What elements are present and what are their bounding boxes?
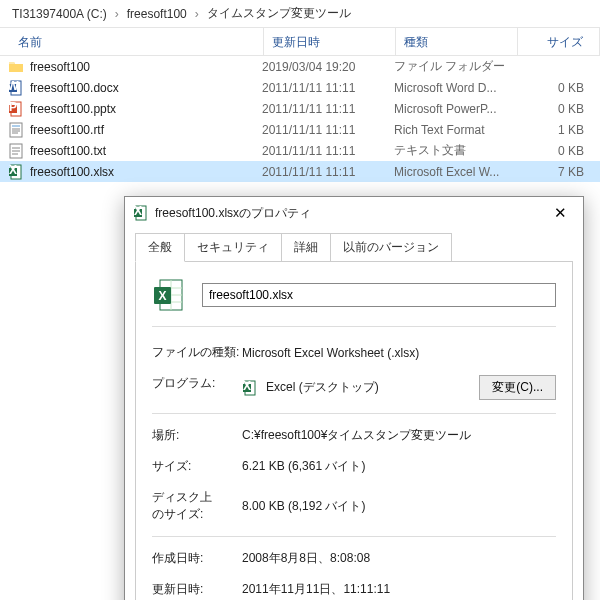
svg-text:X: X: [9, 164, 17, 177]
file-type: テキスト文書: [394, 142, 516, 159]
label-disksize: ディスク上 のサイズ:: [152, 489, 242, 523]
chevron-right-icon: ›: [191, 7, 203, 21]
value-location: C:¥freesoft100¥タイムスタンプ変更ツール: [242, 427, 556, 444]
file-list: freesoft100 2019/03/04 19:20 ファイル フォルダー …: [0, 56, 600, 182]
word-icon: W: [8, 80, 24, 96]
properties-dialog: X freesoft100.xlsxのプロパティ ✕ 全般 セキュリティ 詳細 …: [124, 196, 584, 600]
file-date: 2011/11/11 11:11: [262, 102, 394, 116]
file-date: 2011/11/11 11:11: [262, 144, 394, 158]
excel-icon: X: [133, 205, 149, 221]
file-type: Microsoft PowerP...: [394, 102, 516, 116]
svg-rect-6: [10, 123, 22, 137]
tab-previous[interactable]: 以前のバージョン: [330, 233, 452, 262]
label-modified: 更新日時:: [152, 581, 242, 598]
file-type: ファイル フォルダー: [394, 58, 516, 75]
breadcrumb[interactable]: TI31397400A (C:) › freesoft100 › タイムスタンプ…: [0, 0, 600, 28]
value-modified: 2011年11月11日、11:11:11: [242, 581, 556, 598]
file-row[interactable]: X freesoft100.xlsx 2011/11/11 11:11 Micr…: [0, 161, 600, 182]
file-row[interactable]: P freesoft100.pptx 2011/11/11 11:11 Micr…: [0, 98, 600, 119]
file-type: Microsoft Excel W...: [394, 165, 516, 179]
column-type[interactable]: 種類: [396, 28, 518, 55]
column-size[interactable]: サイズ: [518, 28, 600, 55]
label-program: プログラム:: [152, 375, 242, 400]
label-size: サイズ:: [152, 458, 242, 475]
rtf-icon: [8, 122, 24, 138]
tab-panel: X ファイルの種類: Microsoft Excel Worksheet (.x…: [135, 261, 573, 600]
file-type: Microsoft Word D...: [394, 81, 516, 95]
powerpoint-icon: P: [8, 101, 24, 117]
dialog-title: freesoft100.xlsxのプロパティ: [155, 205, 539, 222]
file-size: 0 KB: [516, 102, 592, 116]
file-date: 2011/11/11 11:11: [262, 165, 394, 179]
svg-text:X: X: [158, 289, 166, 303]
svg-text:P: P: [9, 101, 17, 114]
file-size: 7 KB: [516, 165, 592, 179]
file-name: freesoft100.pptx: [30, 102, 262, 116]
excel-icon: X: [8, 164, 24, 180]
tab-general[interactable]: 全般: [135, 233, 185, 262]
svg-text:W: W: [8, 80, 19, 93]
breadcrumb-drive[interactable]: TI31397400A (C:): [8, 7, 111, 21]
column-name[interactable]: 名前: [0, 28, 264, 55]
file-row[interactable]: freesoft100.txt 2011/11/11 11:11 テキスト文書 …: [0, 140, 600, 161]
file-date: 2019/03/04 19:20: [262, 60, 394, 74]
file-name: freesoft100.xlsx: [30, 165, 262, 179]
value-disksize: 8.00 KB (8,192 バイト): [242, 489, 556, 523]
label-filetype: ファイルの種類:: [152, 344, 242, 361]
file-size: 0 KB: [516, 144, 592, 158]
folder-icon: [8, 59, 24, 75]
file-name: freesoft100.rtf: [30, 123, 262, 137]
file-name: freesoft100.txt: [30, 144, 262, 158]
label-location: 場所:: [152, 427, 242, 444]
file-row[interactable]: freesoft100.rtf 2011/11/11 11:11 Rich Te…: [0, 119, 600, 140]
file-row[interactable]: W freesoft100.docx 2011/11/11 11:11 Micr…: [0, 77, 600, 98]
breadcrumb-folder[interactable]: freesoft100: [123, 7, 191, 21]
chevron-right-icon: ›: [111, 7, 123, 21]
value-filetype: Microsoft Excel Worksheet (.xlsx): [242, 344, 556, 361]
column-date[interactable]: 更新日時: [264, 28, 396, 55]
file-size: 0 KB: [516, 81, 592, 95]
tabs: 全般 セキュリティ 詳細 以前のバージョン: [125, 233, 583, 262]
svg-text:X: X: [134, 205, 142, 218]
file-size: 1 KB: [516, 123, 592, 137]
value-created: 2008年8月8日、8:08:08: [242, 550, 556, 567]
excel-icon: X: [242, 380, 258, 396]
file-name: freesoft100: [30, 60, 262, 74]
close-button[interactable]: ✕: [539, 199, 581, 227]
tab-details[interactable]: 詳細: [281, 233, 331, 262]
file-name: freesoft100.docx: [30, 81, 262, 95]
file-date: 2011/11/11 11:11: [262, 81, 394, 95]
change-button[interactable]: 変更(C)...: [479, 375, 556, 400]
value-size: 6.21 KB (6,361 バイト): [242, 458, 556, 475]
filename-input[interactable]: [202, 283, 556, 307]
svg-text:X: X: [243, 380, 251, 393]
excel-icon: X: [152, 278, 186, 312]
titlebar[interactable]: X freesoft100.xlsxのプロパティ ✕: [125, 197, 583, 229]
value-program: Excel (デスクトップ): [266, 379, 379, 396]
label-created: 作成日時:: [152, 550, 242, 567]
file-row[interactable]: freesoft100 2019/03/04 19:20 ファイル フォルダー: [0, 56, 600, 77]
column-headers: 名前 更新日時 種類 サイズ: [0, 28, 600, 56]
file-type: Rich Text Format: [394, 123, 516, 137]
file-date: 2011/11/11 11:11: [262, 123, 394, 137]
tab-security[interactable]: セキュリティ: [184, 233, 282, 262]
text-icon: [8, 143, 24, 159]
breadcrumb-folder[interactable]: タイムスタンプ変更ツール: [203, 5, 355, 22]
